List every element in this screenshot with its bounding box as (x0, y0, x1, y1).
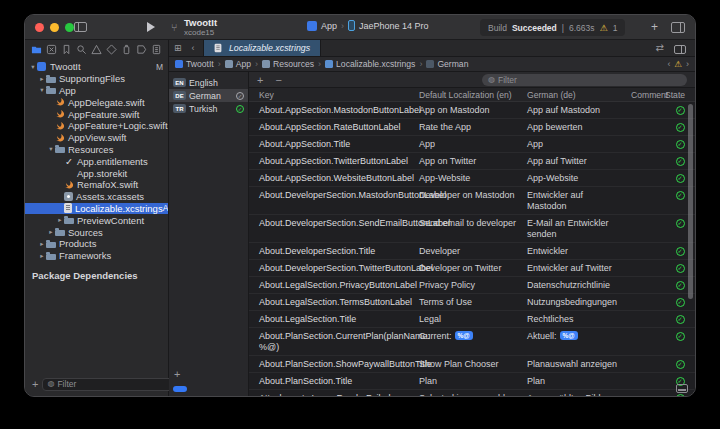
tree-item-appview-swift[interactable]: AppView.swift (25, 132, 168, 144)
state-cell[interactable]: ✓ (665, 359, 695, 370)
previous-issue-icon[interactable]: ‹ (667, 59, 670, 69)
comment-cell[interactable] (631, 246, 665, 257)
comment-cell[interactable] (631, 218, 665, 240)
german-localization-cell[interactable]: Rechtliches (527, 314, 631, 325)
tab-localizable-xcstrings[interactable]: Localizable.xcstrings (203, 40, 321, 56)
comment-cell[interactable] (631, 331, 665, 353)
tree-item-twootit[interactable]: ▾TwootItM (25, 61, 168, 73)
catalog-filter-field[interactable]: ◍ (482, 74, 687, 86)
tree-item-localizable-xcstrings[interactable]: Localizable.xcstringsA (25, 203, 168, 215)
german-localization-cell[interactable]: Planauswahl anzeigen (527, 359, 631, 370)
tree-item-previewcontent[interactable]: ▸PreviewContent (25, 214, 168, 226)
german-localization-cell[interactable]: Plan (527, 376, 631, 387)
string-key-cell[interactable]: About.AppSection.TwitterButtonLabel (249, 156, 419, 167)
tree-item-appfeature-swift[interactable]: AppFeature.swift (25, 108, 168, 120)
tree-item-assets-xcassets[interactable]: Assets.xcassets (25, 191, 168, 203)
comment-cell[interactable] (631, 139, 665, 150)
language-row-german[interactable]: DEGerman✓ (169, 89, 248, 102)
german-localization-cell[interactable]: Entwickler (527, 246, 631, 257)
german-localization-cell[interactable]: E-Mail an Entwickler senden (527, 218, 631, 240)
default-localization-cell[interactable]: Legal (419, 314, 527, 325)
remove-string-icon[interactable]: − (275, 74, 281, 86)
vertical-scrollbar[interactable] (688, 104, 693, 299)
toggle-bottom-bar-icon[interactable] (676, 384, 688, 393)
string-key-cell[interactable]: About.AppSection.Title (249, 139, 419, 150)
next-issue-icon[interactable]: › (686, 59, 689, 69)
titlebar[interactable]: ⑂ TwootIt xcode15 App › JaePhone 14 Pro … (25, 15, 695, 40)
breadcrumb-app[interactable]: App (225, 59, 251, 69)
tree-item-remafox-swift[interactable]: RemafoX.swift (25, 179, 168, 191)
german-localization-cell[interactable]: App (527, 139, 631, 150)
disclosure-down-icon[interactable]: ▾ (47, 145, 55, 153)
add-language-icon[interactable]: + (174, 368, 180, 380)
string-key-cell[interactable]: About.DeveloperSection.SendEmailButtonLa… (249, 218, 419, 240)
string-key-cell[interactable]: About.DeveloperSection.Title (249, 246, 419, 257)
default-localization-cell[interactable]: App-Website (419, 173, 527, 184)
add-editor-icon[interactable] (674, 45, 686, 54)
tree-item-frameworks[interactable]: ▸Frameworks (25, 250, 168, 262)
column-header-state[interactable]: State (665, 90, 695, 100)
german-localization-cell[interactable]: Entwickler auf Mastodon (527, 190, 631, 212)
german-localization-cell[interactable]: Aktuell:%@ (527, 331, 631, 353)
column-header-comment[interactable]: Comment (631, 90, 665, 100)
navtab-issues-icon[interactable] (90, 43, 103, 56)
disclosure-right-icon[interactable]: ▸ (38, 252, 46, 260)
comment-cell[interactable] (631, 156, 665, 167)
state-cell[interactable]: ✓ (665, 314, 695, 325)
comment-cell[interactable] (631, 376, 665, 387)
string-key-cell[interactable]: About.DeveloperSection.MastodonButtonLab… (249, 190, 419, 212)
scroll-indicator[interactable] (173, 386, 187, 392)
disclosure-down-icon[interactable]: ▾ (29, 63, 37, 71)
column-header-key[interactable]: Key (249, 90, 419, 100)
string-key-cell[interactable]: About.PlanSection.CurrentPlan(planName: … (249, 331, 419, 353)
default-localization-cell[interactable]: App (419, 139, 527, 150)
library-add-icon[interactable]: + (651, 20, 658, 34)
comment-cell[interactable] (631, 359, 665, 370)
warning-count[interactable]: 1 (613, 23, 618, 33)
german-localization-cell[interactable]: App auf Twitter (527, 156, 631, 167)
default-localization-cell[interactable]: App on Twitter (419, 156, 527, 167)
german-localization-cell[interactable]: App auf Mastodon (527, 105, 631, 116)
navtab-tests-icon[interactable] (105, 43, 118, 56)
default-localization-cell[interactable]: Privacy Policy (419, 280, 527, 291)
tree-item-appdelegate-swift[interactable]: AppDelegate.swift (25, 96, 168, 108)
scheme-name[interactable]: App (321, 21, 337, 31)
breadcrumb-localizable-xcstrings[interactable]: Localizable.xcstrings (325, 59, 415, 69)
string-key-cell[interactable]: About.AppSection.RateButtonLabel (249, 122, 419, 133)
default-localization-cell[interactable]: Show Plan Chooser (419, 359, 527, 370)
navigator-filter-input[interactable] (57, 379, 168, 389)
add-file-icon[interactable]: + (32, 378, 38, 390)
german-localization-cell[interactable]: Datenschutzrichtlinie (527, 280, 631, 291)
related-items-icon[interactable]: ⊞ (169, 43, 187, 53)
navtab-source-control-icon[interactable] (45, 43, 58, 56)
comment-cell[interactable] (631, 297, 665, 308)
run-destination[interactable]: JaePhone 14 Pro (359, 21, 429, 31)
string-key-cell[interactable]: About.PlanSection.Title (249, 376, 419, 387)
state-cell[interactable]: ✓ (665, 393, 695, 397)
default-localization-cell[interactable]: App on Mastodon (419, 105, 527, 116)
close-window-button[interactable] (35, 23, 44, 32)
string-key-cell[interactable]: Attachments.ImageRenderFailed (249, 393, 419, 397)
comment-cell[interactable] (631, 393, 665, 397)
default-localization-cell[interactable]: Rate the App (419, 122, 527, 133)
tree-item-resources[interactable]: ▾Resources (25, 144, 168, 156)
string-key-cell[interactable]: About.LegalSection.Title (249, 314, 419, 325)
german-localization-cell[interactable]: App-Website (527, 173, 631, 184)
swap-editor-icon[interactable]: ⇄ (656, 42, 664, 54)
default-localization-cell[interactable]: Plan (419, 376, 527, 387)
disclosure-right-icon[interactable]: ▸ (38, 240, 46, 248)
tree-item-supportingfiles[interactable]: ▸SupportingFiles (25, 73, 168, 85)
scheme-selector[interactable]: App › JaePhone 14 Pro (307, 20, 429, 31)
tree-item-sources[interactable]: ▸Sources (25, 226, 168, 238)
comment-cell[interactable] (631, 105, 665, 116)
navtab-debug-icon[interactable] (120, 43, 133, 56)
tree-item-app-entitlements[interactable]: ✓App.entitlements (25, 155, 168, 167)
default-localization-cell[interactable]: Developer (419, 246, 527, 257)
navtab-breakpoints-icon[interactable] (135, 43, 148, 56)
string-key-cell[interactable]: About.AppSection.MastodonButtonLabel (249, 105, 419, 116)
string-key-cell[interactable]: About.LegalSection.PrivacyButtonLabel (249, 280, 419, 291)
minimize-window-button[interactable] (50, 23, 59, 32)
string-key-cell[interactable]: About.LegalSection.TermsButtonLabel (249, 297, 419, 308)
language-row-turkish[interactable]: TRTurkish✓ (169, 102, 248, 115)
editor-layout-icon[interactable] (671, 22, 685, 33)
